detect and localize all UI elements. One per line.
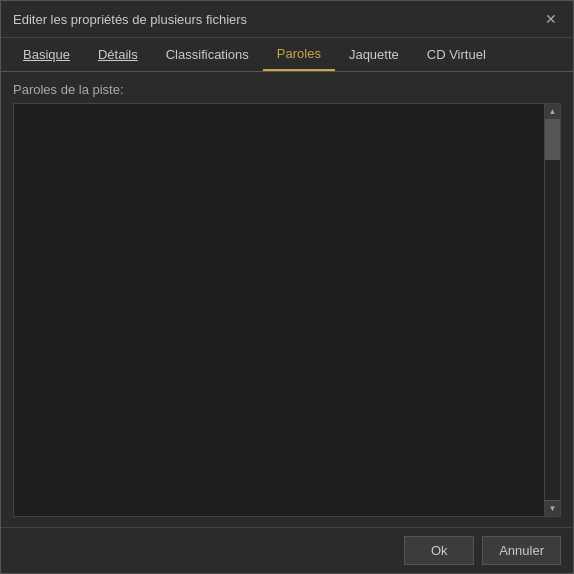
tab-details[interactable]: Détails: [84, 38, 152, 71]
scrollbar-track: [545, 120, 560, 500]
content-area: Paroles de la piste: ▲ ▼: [1, 72, 573, 527]
scrollbar-down-arrow[interactable]: ▼: [545, 500, 560, 516]
lyrics-label: Paroles de la piste:: [13, 82, 561, 97]
dialog-title: Editer les propriétés de plusieurs fichi…: [13, 12, 247, 27]
dialog-window: Editer les propriétés de plusieurs fichi…: [0, 0, 574, 574]
title-bar: Editer les propriétés de plusieurs fichi…: [1, 1, 573, 38]
tab-jaquette[interactable]: Jaquette: [335, 38, 413, 71]
tab-paroles[interactable]: Paroles: [263, 38, 335, 71]
close-button[interactable]: ✕: [541, 9, 561, 29]
lyrics-textarea[interactable]: [14, 104, 544, 516]
scrollbar-thumb[interactable]: [545, 120, 560, 160]
tab-classifications[interactable]: Classifications: [152, 38, 263, 71]
button-bar: Ok Annuler: [1, 527, 573, 573]
ok-button[interactable]: Ok: [404, 536, 474, 565]
tab-bar: Basique Détails Classifications Paroles …: [1, 38, 573, 72]
lyrics-container: ▲ ▼: [13, 103, 561, 517]
scrollbar: ▲ ▼: [544, 104, 560, 516]
cancel-button[interactable]: Annuler: [482, 536, 561, 565]
tab-cd-virtuel[interactable]: CD Virtuel: [413, 38, 500, 71]
tab-basique[interactable]: Basique: [9, 38, 84, 71]
scrollbar-up-arrow[interactable]: ▲: [545, 104, 560, 120]
